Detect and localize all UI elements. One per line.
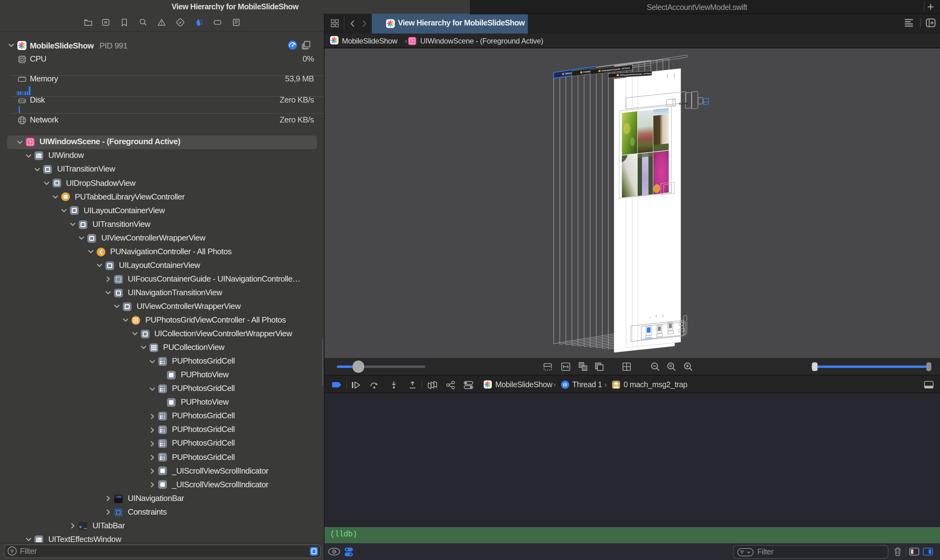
- svg-text:‹ Title: ‹ Title: [115, 495, 121, 498]
- svg-text:All Photos: All Photos: [679, 101, 688, 105]
- svg-text:?: ?: [29, 140, 31, 145]
- svg-text:Select: Select: [704, 100, 708, 103]
- svg-text:?: ?: [411, 38, 414, 43]
